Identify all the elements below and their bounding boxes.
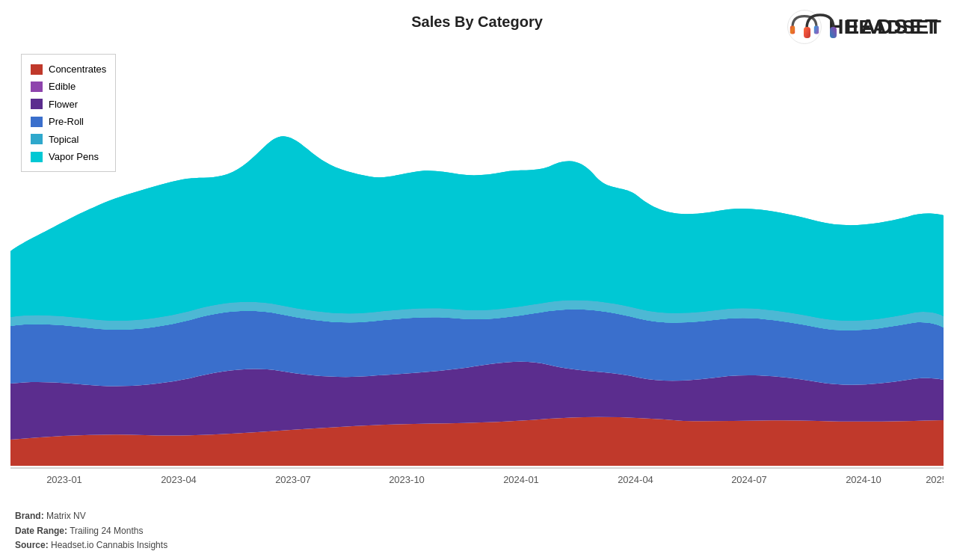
xaxis-label-3: 2023-07 xyxy=(275,474,311,485)
preroll-label: Pre-Roll xyxy=(49,113,84,130)
xaxis-label-4: 2023-10 xyxy=(389,474,425,485)
brand-line: Brand: Matrix NV xyxy=(15,509,167,523)
concentrates-color-swatch xyxy=(31,64,43,75)
source-line: Source: Headset.io Cannabis Insights xyxy=(15,538,167,553)
brand-value: Matrix NV xyxy=(46,511,86,521)
topical-label: Topical xyxy=(49,131,79,148)
flower-color-swatch xyxy=(31,99,43,109)
headset-icon xyxy=(801,7,840,46)
xaxis-label-7: 2024-07 xyxy=(731,474,767,485)
logo-area: HEADSET xyxy=(801,7,942,46)
legend-item-preroll: Pre-Roll xyxy=(31,113,106,130)
xaxis-label-6: 2024-04 xyxy=(618,474,653,485)
topical-color-swatch xyxy=(31,134,43,144)
legend: Concentrates Edible Flower Pre-Roll Topi… xyxy=(21,54,116,172)
edible-color-swatch xyxy=(31,81,43,92)
legend-item-vaporpens: Vapor Pens xyxy=(31,148,106,165)
source-value: Headset.io Cannabis Insights xyxy=(51,540,167,550)
concentrates-label: Concentrates xyxy=(49,61,106,78)
legend-item-concentrates: Concentrates xyxy=(31,61,106,78)
xaxis-label-5: 2024-01 xyxy=(503,474,539,485)
legend-item-edible: Edible xyxy=(31,78,106,95)
flower-label: Flower xyxy=(49,96,78,113)
chart-footer: Brand: Matrix NV Date Range: Trailing 24… xyxy=(15,509,167,553)
source-label: Source: xyxy=(15,540,49,550)
preroll-color-swatch xyxy=(31,117,43,127)
date-label: Date Range: xyxy=(15,526,67,536)
legend-item-flower: Flower xyxy=(31,96,106,113)
chart-svg: 2023-01 2023-04 2023-07 2023-10 2024-01 … xyxy=(10,51,944,507)
edible-label: Edible xyxy=(49,78,76,95)
brand-label: Brand: xyxy=(15,511,44,521)
svg-rect-6 xyxy=(830,27,837,38)
date-value: Trailing 24 Months xyxy=(70,526,143,536)
xaxis-label-8: 2024-10 xyxy=(846,474,881,485)
xaxis-label-2: 2023-04 xyxy=(161,474,197,485)
vaporpens-label: Vapor Pens xyxy=(49,148,99,165)
logo-wordmark: HEADSET xyxy=(844,16,942,39)
xaxis-label-9: 2025-01 xyxy=(926,474,944,485)
svg-rect-5 xyxy=(804,27,810,38)
vaporpens-color-swatch xyxy=(31,152,43,162)
date-line: Date Range: Trailing 24 Months xyxy=(15,524,167,538)
svg-rect-1 xyxy=(790,25,795,34)
xaxis-label-1: 2023-01 xyxy=(46,474,82,485)
legend-item-topical: Topical xyxy=(31,131,106,148)
chart-container: Sales By Category HEADSET xyxy=(0,0,954,560)
